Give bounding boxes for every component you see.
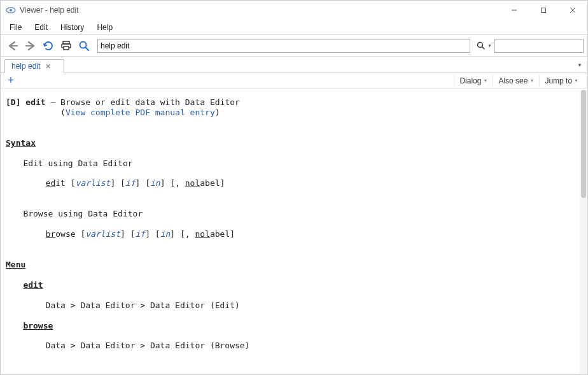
pdf-manual-link[interactable]: View complete PDF manual entry <box>66 108 215 117</box>
also-see-label: Also see <box>498 76 528 85</box>
jump-to-label: Jump to <box>545 76 572 85</box>
back-button[interactable] <box>4 38 21 54</box>
menu-edit-subhead: edit <box>6 280 575 290</box>
tab-label: help edit <box>11 62 40 71</box>
menu-browse-subhead: browse <box>6 321 575 331</box>
syntax-heading: Syntax <box>6 138 575 148</box>
in-link[interactable]: in <box>150 178 160 188</box>
edit-syntax-line: edit [varlist] [if] [in] [, nolabel] <box>6 178 575 188</box>
title-bar: Viewer - help edit <box>1 1 587 20</box>
browse-using-label: Browse using Data Editor <box>6 209 575 219</box>
tab-close-icon[interactable]: ✕ <box>45 63 51 70</box>
menu-heading: Menu <box>6 260 575 270</box>
new-tab-button[interactable]: + <box>4 74 17 87</box>
tab-overflow-button[interactable]: ▼ <box>575 60 585 69</box>
dialog-label: Dialog <box>459 76 481 85</box>
toolbar: ▼ <box>1 35 587 57</box>
svg-rect-3 <box>542 8 546 13</box>
menu-edit[interactable]: Edit <box>28 21 54 34</box>
entry-header-line: [D] edit — Browse or edit data with Data… <box>6 97 575 108</box>
close-button[interactable] <box>558 1 587 20</box>
menu-help[interactable]: Help <box>90 21 119 34</box>
scrollbar-thumb[interactable] <box>581 90 586 198</box>
also-see-dropdown[interactable]: Also see ▼ <box>493 75 539 87</box>
menu-browse-path: Data > Data Editor > Data Editor (Browse… <box>6 341 575 351</box>
quick-search-icon[interactable] <box>475 39 487 53</box>
chevron-down-icon: ▼ <box>574 78 578 83</box>
sub-toolbar: + Dialog ▼ Also see ▼ Jump to ▼ <box>1 73 587 88</box>
menu-history[interactable]: History <box>54 21 90 34</box>
tab-help-edit[interactable]: help edit ✕ <box>4 59 64 73</box>
help-body: [D] edit — Browse or edit data with Data… <box>1 90 580 374</box>
in-link[interactable]: in <box>160 229 171 239</box>
maximize-button[interactable] <box>529 1 558 20</box>
if-link[interactable]: if <box>125 178 136 188</box>
find-button[interactable] <box>76 38 92 54</box>
chevron-down-icon: ▼ <box>529 78 534 83</box>
pdf-link-line: (View complete PDF manual entry) <box>6 108 575 118</box>
vertical-scrollbar[interactable] <box>580 90 587 374</box>
if-link[interactable]: if <box>136 229 146 239</box>
varlist-link[interactable]: varlist <box>76 178 111 188</box>
svg-point-1 <box>10 9 12 11</box>
reload-button[interactable] <box>40 38 57 54</box>
varlist-link[interactable]: varlist <box>85 229 120 239</box>
chevron-down-icon: ▼ <box>483 78 487 83</box>
quick-search-group: ▼ <box>475 39 584 53</box>
browse-syntax-line: browse [varlist] [if] [in] [, nolabel] <box>6 229 575 239</box>
content-area: [D] edit — Browse or edit data with Data… <box>1 90 587 374</box>
tab-strip: help edit ✕ ▼ <box>1 57 587 73</box>
minimize-button[interactable] <box>500 1 529 20</box>
menu-bar: File Edit History Help <box>1 20 587 35</box>
quick-search-input[interactable] <box>494 39 584 53</box>
menu-file[interactable]: File <box>3 21 28 34</box>
menu-edit-path: Data > Data Editor > Data Editor (Edit) <box>6 301 575 311</box>
app-icon <box>6 5 16 15</box>
window-title: Viewer - help edit <box>20 6 79 15</box>
quick-search-caret-icon[interactable]: ▼ <box>487 43 492 48</box>
svg-line-12 <box>86 47 89 50</box>
command-input[interactable] <box>97 39 470 53</box>
print-button[interactable] <box>58 38 74 54</box>
edit-using-label: Edit using Data Editor <box>6 159 575 169</box>
dialog-dropdown[interactable]: Dialog ▼ <box>454 75 493 87</box>
svg-line-14 <box>482 46 485 49</box>
jump-to-dropdown[interactable]: Jump to ▼ <box>539 75 584 87</box>
forward-button[interactable] <box>22 38 39 54</box>
svg-rect-10 <box>64 46 69 50</box>
